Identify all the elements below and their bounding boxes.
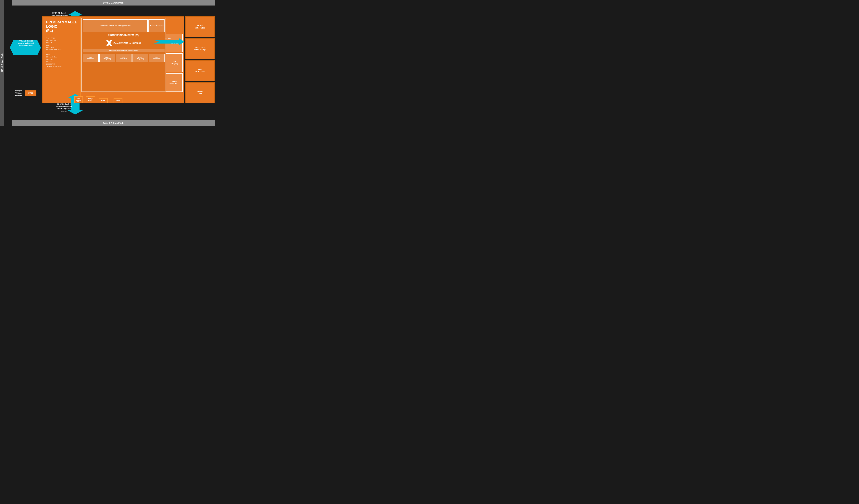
dual-arm-box: Dual ARM Cortex-A9 Core @800MHz bbox=[83, 19, 148, 32]
usb-box: USB MIO[39:28] bbox=[116, 54, 132, 62]
main-fpga-block: PROGRAMMABLE LOGIC (PL) Artix-7 FPGA 74K… bbox=[42, 16, 184, 103]
pl-ps-divider bbox=[80, 17, 81, 103]
kintex-specs: Kintex-7 125K Logic Cells 78K LUTs 157K … bbox=[46, 54, 78, 68]
spi-box: SPI MIO[6:1] bbox=[166, 53, 183, 72]
xilinx-model-label: Zynq XC7Z015 or XC7Z030 bbox=[114, 42, 141, 44]
ddr3-box: DDR3 @533MHz bbox=[185, 16, 215, 37]
ps-section: Dual ARM Cortex-A9 Core @800MHz Memory C… bbox=[81, 18, 166, 92]
psu-section: Multiple Voltage Monitor PSU bbox=[15, 89, 36, 97]
nand-flash-box: NAND Flash bbox=[185, 82, 215, 103]
pl-section: PROGRAMMABLE LOGIC (PL) Artix-7 FPGA 74K… bbox=[44, 18, 80, 92]
pitch-bar-top: 140 x 2 0.6mm Pitch bbox=[12, 0, 215, 5]
pitch-bar-left: 140 x 2 0.6mm Pitch bbox=[0, 0, 4, 126]
fpga-io-bank-13-label: FPGA I/O Bank 13 With 12 High-Speed Diff… bbox=[11, 40, 41, 47]
ps-top-row: Dual ARM Cortex-A9 Core @800MHz Memory C… bbox=[82, 18, 166, 33]
ps-label: PROCESSING SYSTEM (PS) bbox=[82, 33, 166, 37]
pitch-bar-bottom: 140 x 2 0.6mm Pitch bbox=[12, 120, 215, 126]
io-boxes-row: I2C0 MIO[47:46] UART1 MIO[49:48] USB MIO… bbox=[82, 53, 166, 63]
artix-specs: Artix-7 FPGA 74K Logic Cells 46K LUTs 92… bbox=[46, 37, 78, 51]
pitch-top-label: 140 x 2 0.6mm Pitch bbox=[103, 2, 124, 4]
sd0-box: SD0 MIO[45:40] bbox=[149, 54, 165, 62]
xpress-box: Xpress lanes up to 6.25Gbps bbox=[185, 39, 215, 59]
xilinx-logo-icon bbox=[106, 40, 112, 46]
phy-bottom1-box: PHY bbox=[99, 98, 108, 103]
pitch-left-label: 140 x 2 0.6mm Pitch bbox=[1, 54, 3, 72]
phy-bottom2-box: PHY bbox=[114, 98, 122, 103]
main-content: FPGA I/O Bank 34 With 19 High-Speed Diff… bbox=[4, 5, 215, 120]
i2c0-box: I2C0 MIO[47:46] bbox=[83, 54, 99, 62]
uart1-box: UART1 MIO[49:48] bbox=[99, 54, 115, 62]
eth0-box: ETH0 MIO[27:16] bbox=[132, 54, 148, 62]
temp-box: Temp. Sens. bbox=[86, 96, 95, 103]
boot-nor-box: Boot NOR Flash bbox=[185, 60, 215, 81]
nand-mio-box: NAND MIO[0,14:2] bbox=[166, 73, 183, 92]
bits-label: 32 bits bbox=[153, 37, 183, 40]
memory-controller-box: Memory Controller bbox=[148, 19, 165, 32]
voltage-monitor-label: Multiple Voltage Monitor bbox=[15, 89, 22, 97]
right-external-boxes: DDR3 @533MHz Xpress lanes up to 6.25Gbps… bbox=[185, 16, 215, 103]
pitch-bottom-label: 140 x 2 0.6mm Pitch bbox=[103, 122, 124, 124]
mio-banner: Additional MIO Interfaces Through FPGA bbox=[83, 49, 165, 52]
pl-title: PROGRAMMABLE LOGIC (PL) bbox=[46, 20, 78, 33]
fpga-io-bank-35-label: FPGA I/O Bank 35 with DDR Optimized Inte… bbox=[49, 103, 80, 112]
rtc-box: RTC 5ppm bbox=[74, 96, 83, 103]
right-side-boxes: SERDES SPI MIO[6:1] NAND MIO[0,14:2] bbox=[166, 18, 183, 92]
psu-box: PSU bbox=[25, 90, 36, 96]
